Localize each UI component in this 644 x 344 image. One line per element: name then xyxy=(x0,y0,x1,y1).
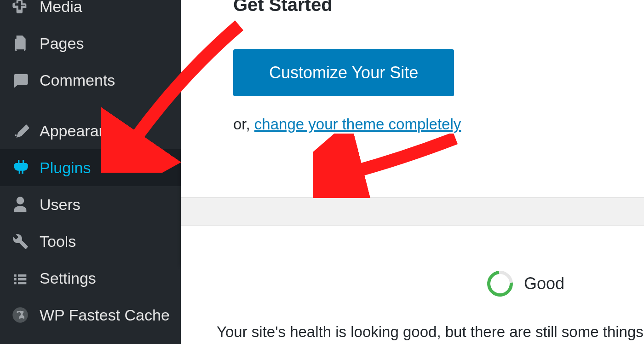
site-health-status: Good xyxy=(487,271,564,297)
sidebar-item-users[interactable]: Users xyxy=(0,186,181,223)
admin-sidebar: Media Pages Comments Appearance Plugins … xyxy=(0,0,181,344)
sidebar-item-label: Plugins xyxy=(40,159,91,177)
sidebar-separator xyxy=(0,99,181,112)
site-health-label: Good xyxy=(524,274,564,293)
tools-icon xyxy=(10,231,30,251)
site-health-description: Your site's health is looking good, but … xyxy=(217,323,644,341)
sidebar-item-pages[interactable]: Pages xyxy=(0,25,181,62)
sidebar-item-label: Users xyxy=(40,196,80,214)
sidebar-item-plugins[interactable]: Plugins xyxy=(0,149,181,186)
appearance-icon xyxy=(10,121,30,141)
sidebar-item-media[interactable]: Media xyxy=(0,0,181,25)
dashboard-main: Get Started Customize Your Site or, chan… xyxy=(181,0,644,344)
sidebar-item-label: Media xyxy=(40,0,82,16)
section-divider-band xyxy=(181,197,644,226)
settings-icon xyxy=(10,268,30,288)
customize-site-button[interactable]: Customize Your Site xyxy=(233,49,454,96)
sidebar-item-label: WP Fastest Cache xyxy=(40,306,170,324)
comments-icon xyxy=(10,70,30,90)
change-theme-link[interactable]: change your theme completely xyxy=(254,116,461,133)
pages-icon xyxy=(10,33,30,53)
sidebar-item-wpfc[interactable]: WP Fastest Cache xyxy=(0,297,181,325)
svg-point-0 xyxy=(12,307,28,322)
or-prefix: or, xyxy=(233,116,254,133)
or-change-theme-row: or, change your theme completely xyxy=(233,116,616,133)
health-ring-icon xyxy=(482,266,518,302)
plugins-icon xyxy=(10,157,30,178)
sidebar-item-label: Settings xyxy=(40,269,96,287)
wpfc-icon xyxy=(10,305,30,325)
sidebar-item-tools[interactable]: Tools xyxy=(0,223,181,260)
users-icon xyxy=(10,194,30,215)
sidebar-item-appearance[interactable]: Appearance xyxy=(0,112,181,149)
media-icon xyxy=(10,0,30,17)
sidebar-item-label: Pages xyxy=(40,35,84,52)
sidebar-item-comments[interactable]: Comments xyxy=(0,62,181,99)
get-started-heading: Get Started xyxy=(233,0,616,15)
sidebar-item-label: Tools xyxy=(40,233,76,251)
sidebar-item-label: Appearance xyxy=(40,122,124,140)
sidebar-item-label: Comments xyxy=(40,71,115,89)
sidebar-item-settings[interactable]: Settings xyxy=(0,260,181,297)
